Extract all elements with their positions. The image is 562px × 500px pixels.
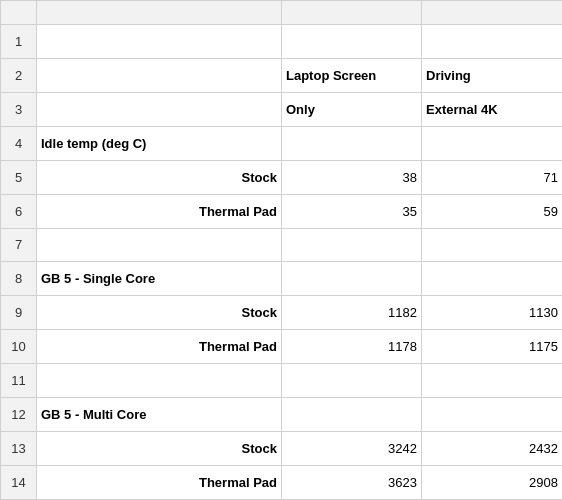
cell-a-3[interactable]: [37, 92, 282, 126]
cell-a-8[interactable]: GB 5 - Single Core: [37, 262, 282, 296]
cell-c-8[interactable]: [422, 262, 563, 296]
row-number[interactable]: 14: [1, 465, 37, 499]
row-number[interactable]: 7: [1, 228, 37, 262]
cell-c-12[interactable]: [422, 398, 563, 432]
cell-b-11[interactable]: [282, 364, 422, 398]
cell-b-14[interactable]: 3623: [282, 465, 422, 499]
table-row: 1: [1, 25, 563, 59]
table-row: 2Laptop ScreenDriving: [1, 58, 563, 92]
corner-cell: [1, 1, 37, 25]
table-row: 7: [1, 228, 563, 262]
table-row: 13Stock32422432: [1, 432, 563, 466]
col-header-a[interactable]: [37, 1, 282, 25]
cell-a-6[interactable]: Thermal Pad: [37, 194, 282, 228]
cell-b-8[interactable]: [282, 262, 422, 296]
row-number[interactable]: 1: [1, 25, 37, 59]
cell-c-2[interactable]: Driving: [422, 58, 563, 92]
cell-b-1[interactable]: [282, 25, 422, 59]
cell-c-11[interactable]: [422, 364, 563, 398]
row-number[interactable]: 8: [1, 262, 37, 296]
cell-a-1[interactable]: [37, 25, 282, 59]
cell-a-4[interactable]: Idle temp (deg C): [37, 126, 282, 160]
cell-c-9[interactable]: 1130: [422, 296, 563, 330]
cell-c-6[interactable]: 59: [422, 194, 563, 228]
row-number[interactable]: 4: [1, 126, 37, 160]
table-row: 10Thermal Pad11781175: [1, 330, 563, 364]
cell-b-12[interactable]: [282, 398, 422, 432]
table-row: 3OnlyExternal 4K: [1, 92, 563, 126]
cell-c-10[interactable]: 1175: [422, 330, 563, 364]
cell-a-7[interactable]: [37, 228, 282, 262]
table-row: 4Idle temp (deg C): [1, 126, 563, 160]
row-number[interactable]: 2: [1, 58, 37, 92]
table-row: 14Thermal Pad36232908: [1, 465, 563, 499]
cell-b-9[interactable]: 1182: [282, 296, 422, 330]
cell-c-13[interactable]: 2432: [422, 432, 563, 466]
cell-a-13[interactable]: Stock: [37, 432, 282, 466]
cell-c-7[interactable]: [422, 228, 563, 262]
cell-a-9[interactable]: Stock: [37, 296, 282, 330]
cell-b-5[interactable]: 38: [282, 160, 422, 194]
row-number[interactable]: 13: [1, 432, 37, 466]
table-row: 11: [1, 364, 563, 398]
table-row: 12GB 5 - Multi Core: [1, 398, 563, 432]
table-row: 5Stock3871: [1, 160, 563, 194]
row-number[interactable]: 10: [1, 330, 37, 364]
row-number[interactable]: 9: [1, 296, 37, 330]
cell-a-11[interactable]: [37, 364, 282, 398]
cell-c-5[interactable]: 71: [422, 160, 563, 194]
spreadsheet: 12Laptop ScreenDriving3OnlyExternal 4K4I…: [0, 0, 562, 500]
cell-c-3[interactable]: External 4K: [422, 92, 563, 126]
cell-b-13[interactable]: 3242: [282, 432, 422, 466]
row-number[interactable]: 5: [1, 160, 37, 194]
cell-b-3[interactable]: Only: [282, 92, 422, 126]
col-header-b[interactable]: [282, 1, 422, 25]
cell-b-7[interactable]: [282, 228, 422, 262]
cell-a-10[interactable]: Thermal Pad: [37, 330, 282, 364]
cell-a-12[interactable]: GB 5 - Multi Core: [37, 398, 282, 432]
row-number[interactable]: 6: [1, 194, 37, 228]
cell-c-4[interactable]: [422, 126, 563, 160]
row-number[interactable]: 12: [1, 398, 37, 432]
cell-c-1[interactable]: [422, 25, 563, 59]
cell-a-14[interactable]: Thermal Pad: [37, 465, 282, 499]
row-number[interactable]: 3: [1, 92, 37, 126]
row-number[interactable]: 11: [1, 364, 37, 398]
table-row: 6Thermal Pad3559: [1, 194, 563, 228]
table-row: 9Stock11821130: [1, 296, 563, 330]
table-row: 8GB 5 - Single Core: [1, 262, 563, 296]
cell-a-2[interactable]: [37, 58, 282, 92]
col-header-c[interactable]: [422, 1, 563, 25]
cell-c-14[interactable]: 2908: [422, 465, 563, 499]
cell-b-2[interactable]: Laptop Screen: [282, 58, 422, 92]
cell-b-4[interactable]: [282, 126, 422, 160]
cell-a-5[interactable]: Stock: [37, 160, 282, 194]
cell-b-10[interactable]: 1178: [282, 330, 422, 364]
cell-b-6[interactable]: 35: [282, 194, 422, 228]
